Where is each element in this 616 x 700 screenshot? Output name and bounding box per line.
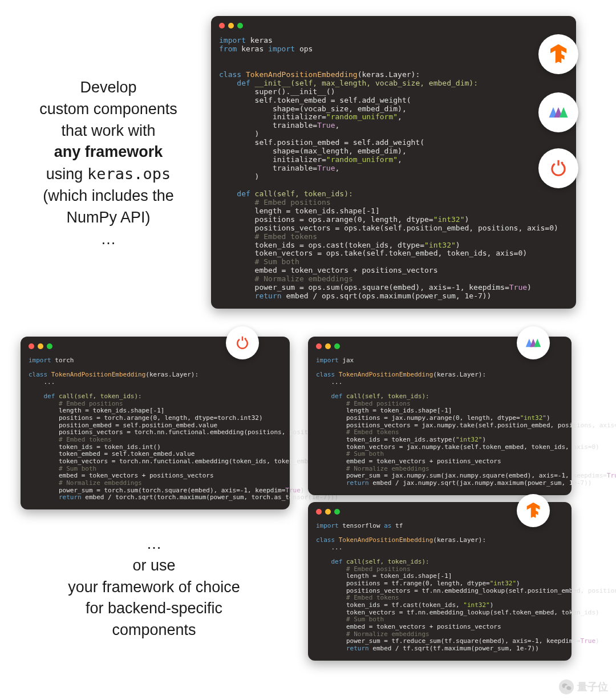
- code-block: import keras from keras import ops class…: [219, 37, 568, 301]
- inline-code: keras.ops: [87, 165, 171, 183]
- window-traffic-lights: [29, 343, 52, 349]
- caption-line: for backend-specific: [40, 598, 268, 620]
- caption-line: that work with: [11, 120, 205, 142]
- caption-line: or use: [40, 555, 268, 577]
- caption-ellipsis: …: [40, 533, 268, 555]
- minimize-icon: [325, 343, 331, 349]
- caption-line: using keras.ops: [11, 163, 205, 185]
- caption-line: components: [40, 620, 268, 641]
- window-traffic-lights: [219, 23, 243, 29]
- minimize-icon: [38, 343, 43, 349]
- caption-line: NumPy API): [11, 207, 205, 229]
- window-traffic-lights: [316, 509, 340, 515]
- minimize-icon: [325, 509, 331, 515]
- caption-line: Develop: [11, 77, 205, 99]
- code-window-keras-ops: import keras from keras import ops class…: [211, 16, 576, 309]
- pytorch-logo-icon: [226, 326, 259, 359]
- tensorflow-logo-icon: [538, 34, 578, 74]
- maximize-icon: [334, 343, 340, 349]
- close-icon: [316, 343, 322, 349]
- close-icon: [219, 23, 225, 29]
- jax-logo-icon: [517, 326, 550, 359]
- caption-line-bold: any framework: [11, 141, 205, 163]
- maximize-icon: [334, 509, 340, 515]
- wechat-icon: [559, 679, 574, 694]
- code-window-pytorch: import torch class TokenAndPositionEmbed…: [21, 337, 290, 509]
- minimize-icon: [228, 23, 234, 29]
- caption-line: your framework of choice: [40, 577, 268, 598]
- code-window-jax: import jax class TokenAndPositionEmbeddi…: [308, 337, 572, 495]
- watermark-text: 量子位: [577, 680, 608, 694]
- bottom-caption: … or use your framework of choice for ba…: [40, 533, 268, 641]
- window-traffic-lights: [316, 343, 340, 349]
- maximize-icon: [47, 343, 52, 349]
- caption-line: (which includes the: [11, 185, 205, 207]
- code-block: import jax class TokenAndPositionEmbeddi…: [316, 357, 564, 487]
- caption-ellipsis: …: [11, 229, 205, 250]
- top-caption: Develop custom components that work with…: [11, 77, 205, 250]
- close-icon: [29, 343, 34, 349]
- code-block: import torch class TokenAndPositionEmbed…: [29, 357, 282, 501]
- close-icon: [316, 509, 322, 515]
- tensorflow-logo-icon: [517, 494, 550, 527]
- caption-line: custom components: [11, 99, 205, 120]
- watermark: 量子位: [559, 679, 608, 694]
- svg-point-3: [561, 162, 563, 164]
- jax-logo-icon: [538, 92, 578, 132]
- pytorch-logo-icon: [538, 148, 578, 188]
- maximize-icon: [237, 23, 243, 29]
- code-block: import tensorflow as tf class TokenAndPo…: [316, 523, 564, 653]
- svg-point-4: [244, 338, 246, 339]
